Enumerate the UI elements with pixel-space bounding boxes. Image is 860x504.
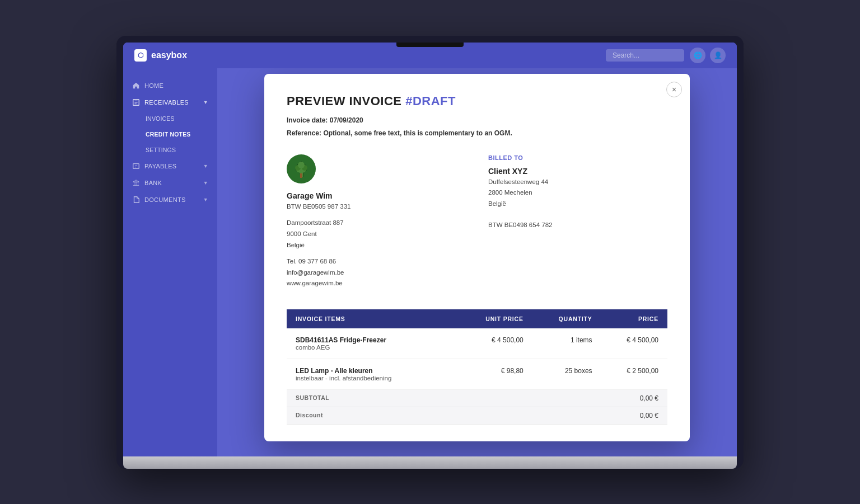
subtotal-value: 0,00 €: [640, 394, 658, 402]
bank-chevron: ▼: [203, 180, 208, 186]
item-2-quantity: 25 boxes: [532, 359, 601, 389]
billed-to-label: BILLED TO: [488, 154, 667, 161]
app-logo-text: easybox: [151, 50, 187, 60]
col-header-unit-price: UNIT PRICE: [458, 309, 532, 328]
company-website: www.garagewim.be: [287, 278, 466, 289]
item-1-unit-price: € 4 500,00: [458, 328, 532, 359]
reference-label: Reference:: [287, 129, 321, 137]
item-1-price: € 4 500,00: [601, 328, 667, 359]
billed-to-section: BILLED TO Client XYZ Duffelsesteenweg 44…: [466, 154, 667, 289]
home-icon: [132, 82, 140, 90]
item-2-price: € 2 500,00: [601, 359, 667, 389]
client-address2: 2800 Mechelen: [488, 187, 667, 199]
item-1-name: SDB41611AS Fridge-Freezer combo AEG: [287, 328, 458, 359]
laptop-shell: ⬡ easybox 🌐 👤 HOME: [116, 36, 744, 469]
search-input[interactable]: [606, 49, 684, 62]
discount-row: Discount 0,00 €: [287, 407, 667, 425]
documents-icon: [132, 196, 140, 204]
company-section: Garage Wim BTW BE0505 987 331 Dampoortst…: [287, 154, 667, 289]
company-country: België: [287, 240, 466, 251]
company-logo: [287, 154, 316, 183]
subtotal-label: SUBTOTAL: [296, 394, 329, 402]
invoice-table-body: SDB41611AS Fridge-Freezer combo AEG € 4 …: [287, 328, 667, 390]
svg-point-5: [298, 162, 305, 168]
table-row: SDB41611AS Fridge-Freezer combo AEG € 4 …: [287, 328, 667, 359]
invoice-reference-line: Reference: Optional, some free text, thi…: [287, 128, 667, 139]
company-address1: Dampoortstraat 887: [287, 218, 466, 229]
modal-close-button[interactable]: ×: [666, 82, 682, 97]
laptop-notch: [396, 43, 464, 47]
app-logo: ⬡ easybox: [134, 49, 187, 62]
item-2-name: LED Lamp - Alle kleuren instelbaar - inc…: [287, 359, 458, 389]
receivables-chevron: ▼: [203, 100, 208, 105]
invoice-date-label: Invoice date:: [287, 116, 328, 124]
laptop-screen: ⬡ easybox 🌐 👤 HOME: [123, 43, 737, 456]
col-header-items: INVOICE ITEMS: [287, 309, 458, 328]
sidebar-item-home[interactable]: HOME: [123, 77, 217, 94]
invoice-date-line: Invoice date: 07/09/2020: [287, 115, 667, 126]
totals-section: SUBTOTAL 0,00 € Discount 0,00 €: [287, 390, 667, 425]
discount-value: 0,00 €: [640, 412, 658, 420]
company-address2: 9000 Gent: [287, 229, 466, 240]
receivables-icon: [132, 98, 140, 106]
discount-label: Discount: [296, 412, 323, 420]
sidebar: HOME RECEIVABLES ▼ INVOICES CREDIT NOTES: [123, 68, 217, 456]
company-info: Garage Wim BTW BE0505 987 331 Dampoortst…: [287, 154, 466, 289]
item-1-quantity: 1 items: [532, 328, 601, 359]
sidebar-item-documents[interactable]: DOCUMENTS ▼: [123, 191, 217, 208]
invoice-items-table: INVOICE ITEMS UNIT PRICE QUANTITY PRICE …: [287, 309, 667, 390]
client-address1: Duffelsesteenweg 44: [488, 177, 667, 188]
company-tel: Tel. 09 377 68 86: [287, 256, 466, 267]
table-row: LED Lamp - Alle kleuren instelbaar - inc…: [287, 359, 667, 389]
company-name: Garage Wim: [287, 191, 466, 200]
client-vat: BTW BE0498 654 782: [488, 220, 667, 231]
sidebar-item-bank[interactable]: BANK ▼: [123, 175, 217, 191]
draft-tag: #DRAFT: [405, 94, 456, 108]
svg-rect-6: [300, 173, 302, 178]
svg-rect-1: [133, 163, 139, 168]
bank-icon: [132, 179, 140, 187]
payables-icon: [132, 162, 140, 170]
company-vat: BTW BE0505 987 331: [287, 201, 466, 213]
sidebar-item-invoices[interactable]: INVOICES: [123, 111, 217, 126]
logo-icon: ⬡: [134, 49, 147, 62]
sidebar-item-receivables[interactable]: RECEIVABLES ▼: [123, 94, 217, 111]
company-logo-tree-icon: [289, 157, 314, 181]
sidebar-item-credit-notes[interactable]: CREDIT NOTES: [123, 126, 217, 142]
company-email: info@garagewim.be: [287, 267, 466, 279]
laptop-base: [123, 456, 737, 469]
item-2-unit-price: € 98,80: [458, 359, 532, 389]
client-name: Client XYZ: [488, 167, 667, 176]
content-area: × PREVIEW INVOICE #DRAFT Invoice date: 0…: [217, 68, 737, 456]
close-icon: ×: [672, 85, 676, 94]
col-header-price: PRICE: [601, 309, 667, 328]
invoice-date-value: 07/09/2020: [330, 116, 363, 124]
documents-chevron: ▼: [203, 197, 208, 202]
invoice-title-text: PREVIEW INVOICE: [287, 94, 402, 108]
sidebar-item-settings-receivables[interactable]: SETTINGS: [123, 142, 217, 158]
globe-icon[interactable]: 🌐: [690, 48, 705, 63]
payables-chevron: ▼: [203, 163, 208, 169]
invoice-title: PREVIEW INVOICE #DRAFT: [287, 94, 667, 109]
user-avatar[interactable]: 👤: [710, 48, 726, 63]
modal-overlay: × PREVIEW INVOICE #DRAFT Invoice date: 0…: [217, 68, 737, 456]
app-body: HOME RECEIVABLES ▼ INVOICES CREDIT NOTES: [123, 68, 737, 456]
topbar-icons: 🌐 👤: [690, 48, 726, 63]
subtotal-row: SUBTOTAL 0,00 €: [287, 390, 667, 407]
col-header-quantity: QUANTITY: [532, 309, 601, 328]
client-country: België: [488, 199, 667, 210]
reference-value: Optional, some free text, this is comple…: [323, 129, 512, 137]
invoice-table-header: INVOICE ITEMS UNIT PRICE QUANTITY PRICE: [287, 309, 667, 328]
sidebar-item-payables[interactable]: PAYABLES ▼: [123, 158, 217, 175]
preview-invoice-modal: × PREVIEW INVOICE #DRAFT Invoice date: 0…: [264, 74, 690, 441]
